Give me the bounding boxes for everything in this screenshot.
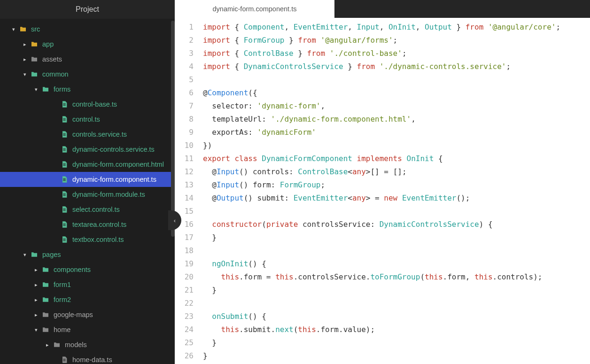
tree-folder[interactable]: ▾pages [0,247,175,262]
svg-rect-9 [63,148,65,149]
tree-folder[interactable]: ▾common [0,67,175,82]
file-icon [60,205,69,214]
code-line[interactable]: } [203,349,590,363]
code-line[interactable]: } [203,231,590,244]
tree-file[interactable]: dynamic-form.component.html [0,157,175,172]
chevron-right-icon[interactable]: ▸ [33,312,39,318]
tree-folder[interactable]: ▸models [0,337,175,352]
file-icon [60,220,69,229]
chevron-right-icon[interactable]: ▸ [33,297,39,303]
svg-rect-27 [63,239,65,239]
folder-icon [30,250,39,259]
svg-rect-26 [63,225,65,226]
code-line[interactable]: } [203,336,590,349]
svg-rect-31 [63,360,65,360]
svg-rect-20 [63,195,65,196]
code-area[interactable]: 1234567891011121314151617181920212223242… [175,18,590,364]
tree-item-label: form1 [54,281,71,288]
svg-rect-32 [63,361,65,361]
tree-folder[interactable]: ▾home [0,322,175,337]
line-number: 17 [175,231,194,244]
svg-rect-1 [63,104,65,105]
svg-rect-13 [63,164,65,165]
svg-rect-22 [63,209,65,210]
tree-folder[interactable]: ▸form1 [0,277,175,292]
svg-rect-29 [63,240,65,241]
code-line[interactable]: templateUrl: './dynamic-form.component.h… [203,113,590,126]
code-line[interactable]: @Input() controls: ControlBase<any>[] = … [203,165,590,178]
code-line[interactable]: import { Component, EventEmitter, Input,… [203,21,590,34]
chevron-right-icon[interactable]: ▸ [22,41,28,47]
tree-folder[interactable]: ▾forms [0,82,175,97]
tree-file[interactable]: home-data.ts [0,352,175,364]
line-number: 20 [175,271,194,284]
tree-item-label: controls.service.ts [72,131,127,138]
code-line[interactable]: import { FormGroup } from '@angular/form… [203,34,590,47]
folder-icon [30,55,39,63]
tree-folder[interactable]: ▸assets [0,52,175,67]
line-number: 22 [175,297,194,310]
svg-rect-2 [63,105,65,106]
code-line[interactable]: exportAs: 'dynamicForm' [203,126,590,139]
line-number: 13 [175,178,194,192]
chevron-right-icon[interactable]: ▸ [33,282,39,288]
code-line[interactable]: @Input() form: FormGroup; [203,178,590,192]
chevron-down-icon[interactable]: ▾ [22,71,28,77]
line-number: 1 [175,21,194,34]
tree-folder[interactable]: ▸google-maps [0,307,175,322]
tree-file[interactable]: controls.service.ts [0,127,175,142]
code-line[interactable]: export class DynamicFormComponent implem… [203,152,590,165]
tree-file[interactable]: control.ts [0,112,175,127]
tree-folder[interactable]: ▸form2 [0,292,175,307]
code-line[interactable]: import { ControlBase } from './control-b… [203,47,590,60]
tree-file[interactable]: dynamic-form.module.ts [0,187,175,202]
line-number: 18 [175,244,194,257]
tab-bar: dynamic-form.component.ts [175,0,590,18]
code-line[interactable]: this.form = this.controlsService.toFormG… [203,271,590,284]
tree-folder[interactable]: ▸app [0,37,175,52]
editor-tab[interactable]: dynamic-form.component.ts [175,0,334,18]
chevron-right-icon[interactable]: ▸ [22,56,28,62]
code-line[interactable]: constructor(private controlsService: Dyn… [203,218,590,231]
tree-file[interactable]: textbox.control.ts [0,232,175,247]
chevron-down-icon[interactable]: ▾ [10,26,17,32]
code-line[interactable]: @Component({ [203,86,590,100]
tree-file[interactable]: dynamic-controls.service.ts [0,142,175,157]
code-line[interactable]: ngOnInit() { [203,257,590,271]
tree-file[interactable]: dynamic-form.component.ts [0,172,175,187]
code-line[interactable]: }) [203,139,590,152]
code-line[interactable] [203,244,590,257]
svg-rect-18 [63,194,65,194]
chevron-right-icon[interactable]: ▸ [44,342,51,348]
code-line[interactable]: selector: 'dynamic-form', [203,100,590,113]
tree-file[interactable]: select.control.ts [0,202,175,217]
code-line[interactable]: } [203,284,590,297]
code-line[interactable]: import { DynamicControlsService } from '… [203,60,590,73]
tree-file[interactable]: control-base.ts [0,97,175,112]
code-line[interactable]: onSubmit() { [203,310,590,323]
chevron-down-icon[interactable]: ▾ [22,252,28,258]
svg-rect-6 [63,133,65,134]
chevron-down-icon[interactable]: ▾ [33,327,39,333]
file-icon [60,100,69,108]
file-tree[interactable]: ▾src▸app▸assets▾common▾formscontrol-base… [0,19,175,364]
tree-item-label: home [54,326,70,333]
chevron-down-icon[interactable]: ▾ [33,86,39,93]
tree-item-label: app [42,40,54,48]
chevron-right-icon[interactable]: ▸ [33,267,39,273]
line-number: 12 [175,165,194,178]
tree-folder[interactable]: ▾src [0,22,175,37]
code-line[interactable]: this.submit.next(this.form.value); [203,323,590,336]
svg-rect-14 [63,165,65,166]
tree-item-label: select.control.ts [72,206,120,213]
svg-rect-24 [63,224,65,224]
line-number: 19 [175,257,194,271]
tree-file[interactable]: textarea.control.ts [0,217,175,232]
code-line[interactable] [203,73,590,86]
code-content[interactable]: import { Component, EventEmitter, Input,… [200,18,590,364]
code-line[interactable]: @Output() submit: EventEmitter<any> = ne… [203,192,590,205]
code-line[interactable] [203,297,590,310]
sidebar-scrollbar[interactable] [171,21,175,237]
code-line[interactable] [203,205,590,218]
tree-folder[interactable]: ▸components [0,262,175,277]
